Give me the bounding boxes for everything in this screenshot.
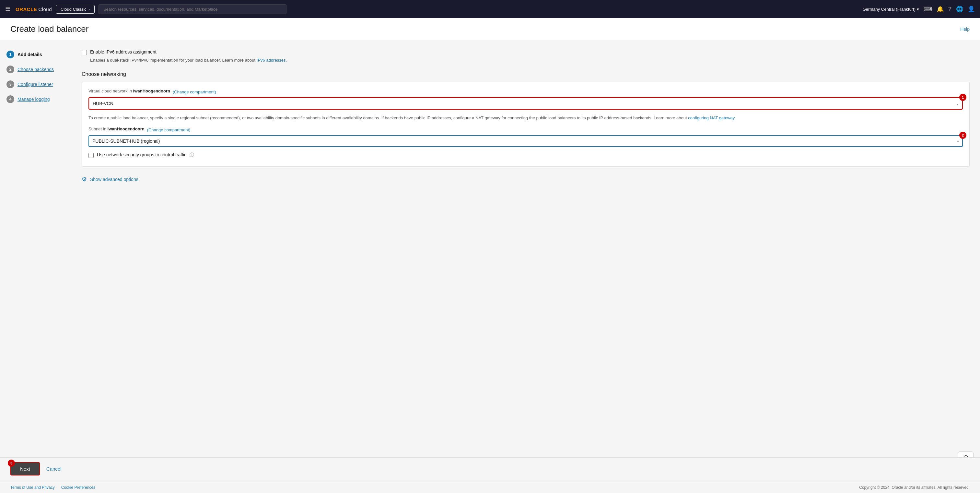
main-container: 1 Add details 2 Choose backends 3 Config… — [0, 40, 980, 493]
step-label-add-details: Add details — [18, 52, 42, 57]
oracle-logo: ORACLE Cloud — [16, 6, 52, 12]
advanced-options-label: Show advanced options — [90, 177, 138, 182]
badge-marker-2: 2 — [959, 132, 966, 139]
step-label-configure-listener: Configure listener — [18, 82, 53, 87]
help-link[interactable]: Help — [960, 27, 970, 32]
sidebar-item-configure-listener[interactable]: 3 Configure listener — [5, 78, 66, 91]
footer-copyright: Copyright © 2024, Oracle and/or its affi… — [859, 485, 970, 490]
oracle-brand-text: ORACLE — [16, 6, 37, 12]
page-header: Create load balancer Help — [0, 18, 980, 40]
page-title: Create load balancer — [10, 24, 89, 34]
ipv6-checkbox-row: Enable IPv6 address assignment — [82, 49, 970, 55]
step-badge-1: 1 — [6, 51, 14, 58]
step-badge-4: 4 — [6, 95, 14, 103]
next-button[interactable]: 3 Next — [10, 462, 40, 475]
vcn-select-container: 1 HUB-VCN ⌄ — [89, 97, 963, 110]
ipv6-checkbox[interactable] — [82, 50, 87, 55]
cancel-link[interactable]: Cancel — [46, 466, 62, 472]
cloud-classic-button[interactable]: Cloud Classic › — [56, 5, 95, 14]
top-navbar: ☰ ORACLE Cloud Cloud Classic › Germany C… — [0, 0, 980, 18]
step-label-manage-logging: Manage logging — [18, 97, 50, 102]
nsg-info-icon: ⓘ — [189, 152, 194, 158]
sidebar-item-manage-logging[interactable]: 4 Manage logging — [5, 93, 66, 106]
vcn-select[interactable]: HUB-VCN — [89, 98, 962, 109]
region-label: Germany Central (Frankfurt) — [863, 7, 915, 12]
cookie-link[interactable]: Cookie Preferences — [61, 485, 95, 490]
subnet-info-text: To create a public load balancer, specif… — [89, 115, 963, 121]
cloud-brand-text: Cloud — [38, 6, 52, 12]
ipv6-checkbox-label: Enable IPv6 address assignment — [90, 49, 156, 54]
region-chevron-icon: ▾ — [917, 7, 919, 12]
show-advanced-options-link[interactable]: ⚙ Show advanced options — [82, 173, 970, 185]
ipv6-description: Enables a dual-stack IPv4/IPv6 implement… — [90, 57, 970, 64]
badge-marker-3: 3 — [8, 459, 15, 467]
sidebar-item-add-details[interactable]: 1 Add details — [5, 48, 66, 61]
help-icon[interactable]: ? — [948, 6, 951, 13]
nsg-checkbox-row: Use network security groups to control t… — [89, 152, 963, 158]
ipv6-section: Enable IPv6 address assignment Enables a… — [82, 49, 970, 64]
search-input[interactable] — [99, 4, 286, 14]
hamburger-menu-icon[interactable]: ☰ — [5, 5, 10, 13]
network-card: Virtual cloud network in IwanHoogendoorn… — [82, 82, 970, 167]
vcn-select-wrapper: HUB-VCN ⌄ — [89, 97, 963, 110]
badge-marker-1: 1 — [959, 94, 966, 101]
advanced-options-icon: ⚙ — [82, 176, 87, 183]
nat-gateway-link[interactable]: configuring NAT gateway — [688, 115, 734, 120]
sidebar: 1 Add details 2 Choose backends 3 Config… — [0, 40, 71, 493]
subnet-change-compartment-link[interactable]: (Change compartment) — [147, 128, 191, 132]
step-badge-2: 2 — [6, 65, 14, 73]
nsg-checkbox[interactable] — [89, 153, 94, 158]
vcn-change-compartment-link[interactable]: (Change compartment) — [173, 89, 216, 94]
globe-icon[interactable]: 🌐 — [956, 5, 963, 13]
step-label-choose-backends: Choose backends — [18, 67, 54, 72]
ipv6-addresses-link[interactable]: IPv6 addresses — [257, 58, 286, 62]
subnet-field-label-row: Subnet in IwanHoogendoorn (Change compar… — [89, 126, 963, 133]
action-bar: 3 Next Cancel — [0, 457, 980, 480]
subnet-label: Subnet in IwanHoogendoorn — [89, 126, 145, 131]
sidebar-item-choose-backends[interactable]: 2 Choose backends — [5, 63, 66, 76]
terminal-icon[interactable]: ⌨ — [924, 5, 932, 13]
subnet-select-wrapper: PUBLIC-SUBNET-HUB (regional) ⌄ — [89, 135, 963, 147]
subnet-select-container: 2 PUBLIC-SUBNET-HUB (regional) ⌄ — [89, 135, 963, 147]
vcn-label: Virtual cloud network in IwanHoogendoorn — [89, 89, 170, 93]
bell-icon[interactable]: 🔔 — [937, 5, 944, 13]
subnet-select[interactable]: PUBLIC-SUBNET-HUB (regional) — [89, 135, 963, 147]
user-avatar-icon[interactable]: 👤 — [968, 5, 975, 13]
region-selector[interactable]: Germany Central (Frankfurt) ▾ — [863, 7, 919, 12]
terms-link[interactable]: Terms of Use and Privacy — [10, 485, 55, 490]
vcn-field-label-row: Virtual cloud network in IwanHoogendoorn… — [89, 89, 963, 95]
step-badge-3: 3 — [6, 80, 14, 88]
nsg-checkbox-label: Use network security groups to control t… — [97, 152, 186, 157]
footer-left: Terms of Use and Privacy Cookie Preferen… — [10, 485, 95, 490]
networking-heading: Choose networking — [82, 71, 970, 77]
content-area: Enable IPv6 address assignment Enables a… — [71, 40, 980, 493]
navbar-right: Germany Central (Frankfurt) ▾ ⌨ 🔔 ? 🌐 👤 — [863, 5, 975, 13]
page-footer: Terms of Use and Privacy Cookie Preferen… — [0, 482, 980, 493]
